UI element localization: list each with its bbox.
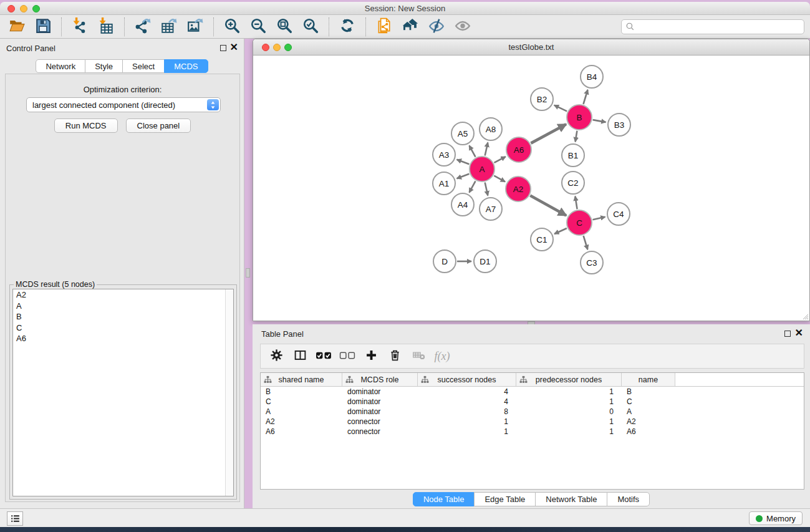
criterion-value: largest connected component (directed) [32, 100, 175, 110]
refresh-button[interactable] [337, 17, 358, 37]
graph-edge-A-A2 [494, 176, 505, 182]
graph-node-C4[interactable]: C4 [607, 203, 630, 225]
graph-edge-C-C4 [593, 217, 605, 220]
graph-node-A1[interactable]: A1 [433, 172, 455, 195]
open-file-button[interactable] [6, 17, 27, 37]
import-table-button[interactable] [95, 17, 117, 37]
export-network-button[interactable] [132, 17, 153, 37]
graph-node-A4[interactable]: A4 [451, 193, 474, 216]
graph-node-A[interactable]: A [470, 157, 494, 181]
export-image-button[interactable] [185, 17, 206, 37]
table-cell: A [622, 407, 675, 417]
delete-row-icon [388, 349, 402, 364]
save-session-button[interactable] [32, 17, 54, 37]
graph-node-A8[interactable]: A8 [480, 118, 502, 140]
graph-node-D[interactable]: D [433, 250, 456, 273]
float-panel-icon[interactable] [220, 45, 226, 51]
tab-network[interactable]: Network [36, 59, 85, 73]
tab-motifs[interactable]: Motifs [607, 492, 650, 506]
graph-edge-B-B2 [554, 105, 567, 112]
graph-node-A6[interactable]: A6 [506, 137, 531, 162]
tab-mcds[interactable]: MCDS [164, 59, 208, 73]
graph-node-A2[interactable]: A2 [506, 177, 531, 201]
graph-node-B[interactable]: B [567, 105, 592, 130]
tab-network-table[interactable]: Network Table [535, 492, 607, 506]
close-panel-button[interactable]: Close panel [126, 118, 191, 133]
network-window-titlebar[interactable]: testGlobe.txt [253, 39, 809, 56]
graph-node-B2[interactable]: B2 [531, 88, 553, 110]
show-columns-button[interactable] [291, 347, 309, 365]
tab-select[interactable]: Select [122, 59, 165, 73]
memory-button[interactable]: Memory [749, 511, 803, 525]
graph-node-A7[interactable]: A7 [480, 198, 502, 220]
tab-node-table[interactable]: Node Table [413, 492, 475, 506]
import-network-button[interactable] [69, 17, 90, 37]
task-history-button[interactable] [7, 511, 23, 526]
tab-style[interactable]: Style [85, 59, 123, 73]
network-graph-canvas[interactable]: B4B2BB3A5A8A6B1A3AA1C2A2A4A7C4CC1C3DD1 [254, 56, 809, 321]
graph-node-A3[interactable]: A3 [433, 143, 455, 166]
export-table-button[interactable] [158, 17, 180, 37]
new-network-from-file-button[interactable] [374, 17, 395, 37]
save-session-icon [35, 17, 51, 36]
mcds-result-list[interactable]: A2ABCA6 [12, 289, 234, 496]
select-all-checkboxes-button[interactable] [314, 347, 333, 365]
table-row[interactable]: Cdominator41C [261, 397, 804, 407]
mcds-tab-content: Optimization criterion: largest connecte… [5, 74, 240, 502]
mcds-result-item: A6 [13, 333, 233, 344]
svg-text:A6: A6 [514, 145, 524, 155]
svg-text:C1: C1 [536, 235, 547, 244]
mcds-result-groupbox: MCDS result (5 nodes) A2ABCA6 [9, 284, 237, 500]
graph-node-D1[interactable]: D1 [474, 250, 496, 273]
graph-node-B4[interactable]: B4 [581, 65, 603, 88]
zoom-selected-button[interactable] [300, 17, 321, 37]
add-row-button[interactable] [362, 347, 380, 365]
graph-edge-B-B1 [576, 131, 577, 142]
criterion-dropdown[interactable]: largest connected component (directed) [26, 97, 221, 112]
tab-edge-table[interactable]: Edge Table [474, 492, 536, 506]
graph-node-B3[interactable]: B3 [608, 114, 630, 136]
shared-column-icon [519, 375, 528, 385]
column-header-predecessor-nodes[interactable]: predecessor nodes [516, 373, 622, 386]
search-box[interactable] [621, 19, 804, 34]
graph-node-C1[interactable]: C1 [531, 228, 553, 251]
graph-node-C3[interactable]: C3 [581, 251, 603, 274]
search-input[interactable] [635, 21, 800, 33]
function-builder-button[interactable]: f(x) [433, 347, 451, 365]
zoom-out-button[interactable] [248, 17, 269, 37]
table-float-panel-icon[interactable] [784, 331, 791, 337]
run-mcds-button[interactable]: Run MCDS [54, 118, 118, 133]
graph-node-B1[interactable]: B1 [562, 144, 584, 167]
column-header-shared-name[interactable]: shared name [261, 373, 342, 386]
main-titlebar[interactable]: Session: New Session [0, 2, 810, 15]
table-settings-button[interactable] [267, 347, 286, 365]
deselect-all-checkboxes-button[interactable] [338, 347, 357, 365]
first-neighbors-button[interactable] [400, 17, 421, 37]
window-resize-gripper[interactable] [801, 312, 809, 320]
delete-row-button[interactable] [385, 347, 404, 365]
column-header-successor-nodes[interactable]: successor nodes [418, 373, 516, 386]
mcds-list-scrollbar[interactable] [225, 289, 233, 496]
vertical-divider-handle[interactable] [246, 268, 250, 278]
table-close-panel-icon[interactable]: ✕ [795, 327, 803, 339]
graph-edge-A-A8 [485, 143, 488, 156]
graph-node-C[interactable]: C [567, 210, 592, 235]
show-hidden-button[interactable] [452, 17, 473, 37]
table-row[interactable]: Adominator80A [261, 407, 804, 417]
hide-selected-button[interactable] [426, 17, 447, 37]
desktop-wallpaper-strip [0, 527, 810, 532]
table-row[interactable]: Bdominator41B [261, 387, 804, 397]
graph-edge-A-A4 [470, 181, 476, 192]
zoom-fit-button[interactable] [274, 17, 295, 37]
table-row[interactable]: A2connector11A2 [261, 417, 804, 427]
close-panel-icon[interactable]: ✕ [230, 41, 238, 54]
table-row[interactable]: A6connector11A6 [261, 427, 804, 437]
graph-node-A5[interactable]: A5 [451, 122, 474, 145]
graph-node-C2[interactable]: C2 [562, 172, 584, 194]
column-header-MCDS-role[interactable]: MCDS role [342, 373, 418, 386]
column-header-name[interactable]: name [622, 373, 675, 386]
network-window-title: testGlobe.txt [253, 42, 809, 52]
zoom-in-button[interactable] [221, 17, 243, 37]
hide-selected-icon [428, 17, 445, 36]
delete-table-button[interactable] [409, 347, 428, 365]
